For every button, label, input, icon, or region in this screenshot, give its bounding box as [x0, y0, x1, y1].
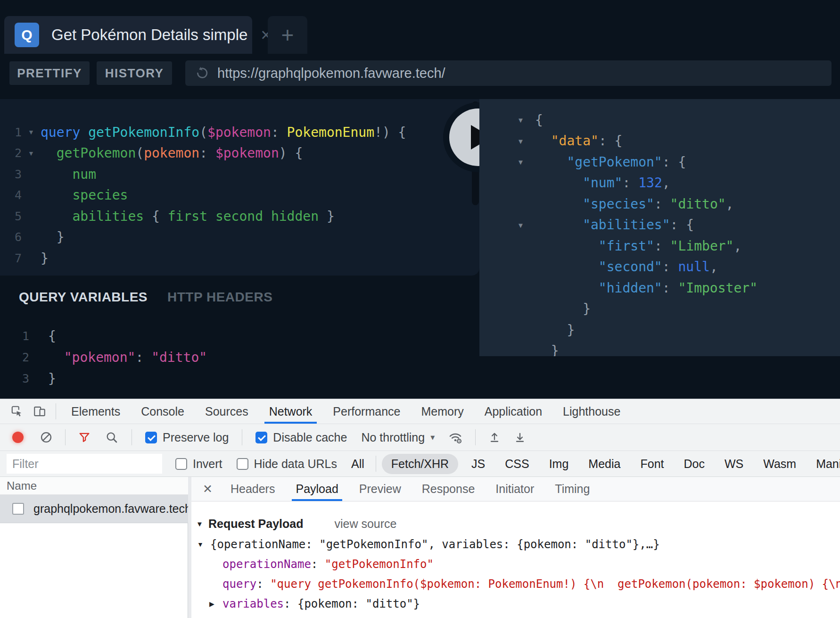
history-button[interactable]: HISTORY: [97, 61, 172, 85]
collapse-arrow-icon[interactable]: ▼: [517, 137, 524, 145]
code-text: "second": null,: [479, 259, 718, 275]
devtools-tab-application[interactable]: Application: [474, 399, 552, 424]
query-editor[interactable]: 1▼query getPokemonInfo($pokemon: Pokemon…: [0, 99, 479, 276]
fold-arrow-icon[interactable]: ▼: [22, 128, 41, 136]
code-text: }: [41, 229, 65, 245]
collapse-arrow-icon[interactable]: ▼: [517, 221, 524, 229]
response-row: ▼{: [479, 109, 840, 131]
tab-http-headers[interactable]: HTTP HEADERS: [167, 290, 272, 305]
preserve-log-checkbox[interactable]: [145, 432, 157, 443]
filter-chip-css[interactable]: CSS: [498, 454, 535, 474]
response-row: "num": 132,: [479, 173, 840, 194]
clear-icon[interactable]: [40, 431, 53, 444]
filter-chip-font[interactable]: Font: [634, 454, 670, 474]
detail-tab-timing[interactable]: Timing: [544, 477, 600, 501]
code-text: }: [479, 343, 559, 356]
tab-query-variables[interactable]: QUERY VARIABLES: [19, 290, 148, 305]
filter-chip-manifest[interactable]: Manifest: [809, 454, 840, 474]
response-pane[interactable]: ▼{▼ "data": {▼ "getPokemon": { "num": 13…: [479, 99, 840, 356]
export-har-icon[interactable]: [513, 431, 527, 444]
devtools-tab-sources[interactable]: Sources: [195, 399, 259, 424]
filter-chip-fetchxhr[interactable]: Fetch/XHR: [382, 454, 458, 474]
request-row[interactable]: graphqlpokemon.favware.tech: [0, 495, 188, 523]
devtools-tab-network[interactable]: Network: [259, 399, 323, 424]
query-editor-lines: 1▼query getPokemonInfo($pokemon: Pokemon…: [0, 122, 479, 269]
network-action-bar: Preserve log Disable cache No throttling…: [0, 424, 840, 451]
code-text: }: [479, 301, 591, 317]
detail-tab-preview[interactable]: Preview: [349, 477, 412, 501]
code-text: }: [41, 251, 49, 266]
collapse-arrow-icon[interactable]: ▼: [517, 116, 524, 124]
view-source-link[interactable]: view source: [334, 517, 396, 531]
filter-chip-wasm[interactable]: Wasm: [757, 454, 803, 474]
devtools-main-toolbar: ElementsConsoleSourcesNetworkPerformance…: [0, 399, 840, 424]
filter-chip-js[interactable]: JS: [465, 454, 492, 474]
import-har-icon[interactable]: [488, 431, 501, 444]
code-text: {: [479, 112, 543, 128]
code-text: abilities { first second hidden }: [41, 209, 335, 224]
query-line: 7}: [0, 248, 479, 269]
payload-line[interactable]: operationName: "getPokemonInfo": [191, 554, 840, 574]
disable-cache-checkbox[interactable]: [255, 432, 267, 443]
chevron-down-icon[interactable]: ▾: [430, 432, 435, 443]
endpoint-url-bar[interactable]: https://graphqlpokemon.favware.tech/: [185, 60, 832, 86]
name-column-header[interactable]: Name: [0, 477, 188, 495]
filter-chip-ws[interactable]: WS: [718, 454, 750, 474]
throttling-select[interactable]: No throttling: [361, 431, 425, 444]
inspect-icon[interactable]: [10, 405, 24, 418]
record-button[interactable]: [12, 432, 24, 443]
detail-tab-headers[interactable]: Headers: [220, 477, 286, 501]
payload-line[interactable]: query: "query getPokemonInfo($pokemon: P…: [191, 574, 840, 594]
reload-icon[interactable]: [195, 66, 210, 81]
devtools-tab-console[interactable]: Console: [131, 399, 195, 424]
payload-line[interactable]: ▼{operationName: "getPokemonInfo", varia…: [191, 534, 840, 554]
line-number: 1: [0, 125, 22, 139]
filter-funnel-icon[interactable]: [78, 431, 91, 444]
tree-toggle-icon[interactable]: ▼: [197, 541, 210, 548]
session-tab[interactable]: Q Get Pokémon Details simple ×: [4, 16, 252, 54]
line-number: 3: [0, 372, 29, 385]
detail-tab-payload[interactable]: Payload: [285, 477, 348, 501]
collapse-arrow-icon[interactable]: ▼: [517, 158, 524, 166]
filter-input[interactable]: [7, 454, 162, 474]
prettify-button[interactable]: PRETTIFY: [9, 61, 90, 85]
close-detail-icon[interactable]: ✕: [203, 482, 213, 496]
filter-chips: Fetch/XHRJSCSSImgMediaFontDocWSWasmManif…: [382, 454, 840, 474]
payload-line[interactable]: ▶variables: {pokemon: "ditto"}: [191, 594, 840, 614]
section-toggle-icon[interactable]: ▼: [196, 520, 208, 528]
detail-tab-response[interactable]: Response: [412, 477, 486, 501]
devtools-tab-elements[interactable]: Elements: [61, 399, 131, 424]
code-text: }: [479, 322, 575, 338]
code-text: num: [41, 167, 96, 182]
filter-chip-media[interactable]: Media: [582, 454, 627, 474]
devtools-tab-lighthouse[interactable]: Lighthouse: [552, 399, 631, 424]
request-payload-section: ▼ Request Payload view source: [191, 516, 840, 532]
hide-data-urls-checkbox[interactable]: [237, 458, 248, 470]
request-checkbox[interactable]: [12, 503, 24, 515]
line-number: 1: [0, 329, 29, 343]
filter-chip-all[interactable]: All: [345, 454, 371, 474]
network-conditions-icon[interactable]: [448, 430, 463, 445]
devtools-tab-performance[interactable]: Performance: [322, 399, 411, 424]
tab-title: Get Pokémon Details simple: [51, 26, 247, 44]
response-row: }: [479, 341, 840, 357]
app-window: Q Get Pokémon Details simple × + PRETTIF…: [0, 0, 840, 618]
tree-toggle-icon[interactable]: ▶: [209, 600, 222, 608]
response-row: ▼ "data": {: [479, 131, 840, 152]
device-toolbar-icon[interactable]: [33, 405, 46, 418]
filter-chip-doc[interactable]: Doc: [677, 454, 711, 474]
variables-header: QUERY VARIABLES HTTP HEADERS: [0, 287, 272, 308]
new-tab-button[interactable]: +: [268, 16, 307, 54]
fold-arrow-icon[interactable]: ▼: [22, 150, 41, 157]
query-line: 6 }: [0, 227, 479, 248]
response-row: "species": "ditto",: [479, 193, 840, 215]
line-number: 5: [0, 209, 22, 223]
filter-chip-img[interactable]: Img: [543, 454, 576, 474]
detail-tab-initiator[interactable]: Initiator: [485, 477, 544, 501]
code-text: "species": "ditto",: [479, 196, 733, 212]
code-text: "num": 132,: [479, 175, 670, 191]
variables-editor[interactable]: 1{2 "pokemon": "ditto"3}: [0, 326, 471, 389]
search-icon[interactable]: [105, 431, 118, 444]
devtools-tab-memory[interactable]: Memory: [411, 399, 474, 424]
invert-checkbox[interactable]: [175, 458, 187, 470]
